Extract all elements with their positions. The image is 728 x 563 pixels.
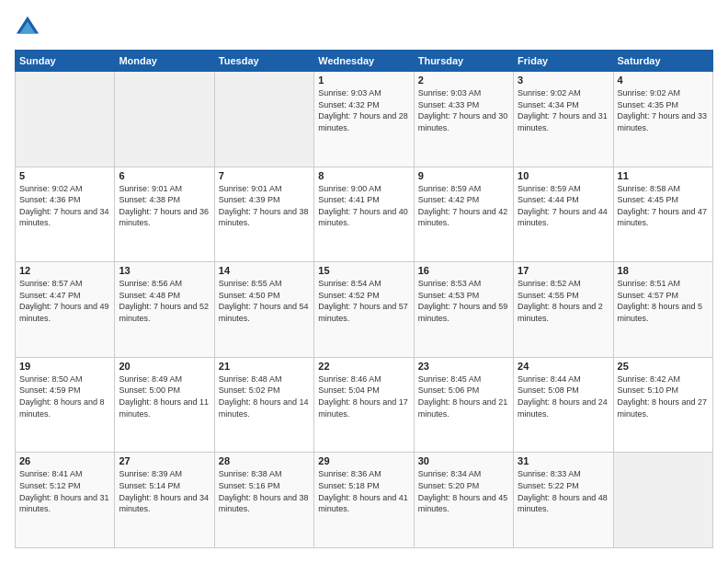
page: SundayMondayTuesdayWednesdayThursdayFrid… bbox=[0, 0, 728, 563]
day-info: Sunrise: 8:59 AMSunset: 4:42 PMDaylight:… bbox=[418, 183, 509, 229]
day-info: Sunrise: 8:36 AMSunset: 5:18 PMDaylight:… bbox=[318, 468, 409, 514]
calendar-cell: 11Sunrise: 8:58 AMSunset: 4:45 PMDayligh… bbox=[613, 167, 712, 262]
day-number: 11 bbox=[618, 170, 709, 181]
calendar-cell: 13Sunrise: 8:56 AMSunset: 4:48 PMDayligh… bbox=[115, 262, 214, 358]
day-number: 23 bbox=[418, 361, 509, 372]
calendar-cell: 15Sunrise: 8:54 AMSunset: 4:52 PMDayligh… bbox=[314, 262, 414, 358]
day-header-sunday: Sunday bbox=[16, 51, 115, 72]
day-info: Sunrise: 8:34 AMSunset: 5:20 PMDaylight:… bbox=[418, 468, 509, 514]
calendar-cell: 29Sunrise: 8:36 AMSunset: 5:18 PMDayligh… bbox=[314, 453, 414, 548]
day-info: Sunrise: 9:02 AMSunset: 4:35 PMDaylight:… bbox=[618, 87, 709, 133]
calendar-cell: 30Sunrise: 8:34 AMSunset: 5:20 PMDayligh… bbox=[414, 453, 513, 548]
day-number: 7 bbox=[219, 170, 310, 181]
day-info: Sunrise: 8:56 AMSunset: 4:48 PMDaylight:… bbox=[119, 278, 210, 324]
header bbox=[15, 15, 713, 40]
day-info: Sunrise: 9:02 AMSunset: 4:34 PMDaylight:… bbox=[518, 87, 609, 133]
day-number: 13 bbox=[119, 265, 210, 276]
day-info: Sunrise: 8:58 AMSunset: 4:45 PMDaylight:… bbox=[618, 183, 709, 229]
calendar-cell: 9Sunrise: 8:59 AMSunset: 4:42 PMDaylight… bbox=[414, 167, 513, 262]
calendar-cell: 20Sunrise: 8:49 AMSunset: 5:00 PMDayligh… bbox=[115, 357, 214, 453]
day-info: Sunrise: 8:59 AMSunset: 4:44 PMDaylight:… bbox=[518, 183, 609, 229]
day-info: Sunrise: 8:41 AMSunset: 5:12 PMDaylight:… bbox=[19, 468, 110, 514]
day-info: Sunrise: 8:33 AMSunset: 5:22 PMDaylight:… bbox=[518, 468, 609, 514]
day-info: Sunrise: 8:44 AMSunset: 5:08 PMDaylight:… bbox=[518, 373, 609, 419]
day-info: Sunrise: 8:54 AMSunset: 4:52 PMDaylight:… bbox=[318, 278, 409, 324]
logo-icon bbox=[15, 15, 40, 40]
day-info: Sunrise: 8:45 AMSunset: 5:06 PMDaylight:… bbox=[418, 373, 509, 419]
calendar-cell: 8Sunrise: 9:00 AMSunset: 4:41 PMDaylight… bbox=[314, 167, 414, 262]
calendar-cell: 16Sunrise: 8:53 AMSunset: 4:53 PMDayligh… bbox=[414, 262, 513, 358]
day-info: Sunrise: 8:49 AMSunset: 5:00 PMDaylight:… bbox=[119, 373, 210, 419]
calendar-cell bbox=[115, 72, 214, 167]
calendar-cell: 4Sunrise: 9:02 AMSunset: 4:35 PMDaylight… bbox=[613, 72, 712, 167]
calendar-cell: 2Sunrise: 9:03 AMSunset: 4:33 PMDaylight… bbox=[414, 72, 513, 167]
logo bbox=[15, 15, 44, 40]
day-info: Sunrise: 8:53 AMSunset: 4:53 PMDaylight:… bbox=[418, 278, 509, 324]
day-number: 19 bbox=[19, 361, 110, 372]
calendar-cell: 26Sunrise: 8:41 AMSunset: 5:12 PMDayligh… bbox=[16, 453, 115, 548]
day-number: 31 bbox=[518, 455, 609, 466]
day-info: Sunrise: 9:03 AMSunset: 4:32 PMDaylight:… bbox=[318, 87, 409, 133]
calendar-cell: 7Sunrise: 9:01 AMSunset: 4:39 PMDaylight… bbox=[214, 167, 313, 262]
day-number: 1 bbox=[318, 75, 409, 86]
day-number: 12 bbox=[19, 265, 110, 276]
day-number: 18 bbox=[618, 265, 709, 276]
calendar-week-5: 26Sunrise: 8:41 AMSunset: 5:12 PMDayligh… bbox=[16, 453, 713, 548]
calendar-cell: 1Sunrise: 9:03 AMSunset: 4:32 PMDaylight… bbox=[314, 72, 414, 167]
day-header-monday: Monday bbox=[115, 51, 214, 72]
calendar-cell bbox=[214, 72, 313, 167]
day-info: Sunrise: 9:02 AMSunset: 4:36 PMDaylight:… bbox=[19, 183, 110, 229]
day-number: 3 bbox=[518, 75, 609, 86]
day-number: 29 bbox=[318, 455, 409, 466]
day-number: 26 bbox=[19, 455, 110, 466]
calendar-cell bbox=[613, 453, 712, 548]
day-info: Sunrise: 9:01 AMSunset: 4:39 PMDaylight:… bbox=[219, 183, 310, 229]
day-number: 22 bbox=[318, 361, 409, 372]
day-number: 15 bbox=[318, 265, 409, 276]
day-header-thursday: Thursday bbox=[414, 51, 513, 72]
calendar-cell: 27Sunrise: 8:39 AMSunset: 5:14 PMDayligh… bbox=[115, 453, 214, 548]
calendar-cell: 28Sunrise: 8:38 AMSunset: 5:16 PMDayligh… bbox=[214, 453, 313, 548]
calendar-cell: 18Sunrise: 8:51 AMSunset: 4:57 PMDayligh… bbox=[613, 262, 712, 358]
day-number: 8 bbox=[318, 170, 409, 181]
day-number: 20 bbox=[119, 361, 210, 372]
day-info: Sunrise: 8:48 AMSunset: 5:02 PMDaylight:… bbox=[219, 373, 310, 419]
day-info: Sunrise: 8:38 AMSunset: 5:16 PMDaylight:… bbox=[219, 468, 310, 514]
calendar-cell: 3Sunrise: 9:02 AMSunset: 4:34 PMDaylight… bbox=[514, 72, 613, 167]
day-number: 25 bbox=[618, 361, 709, 372]
day-number: 14 bbox=[219, 265, 310, 276]
day-header-tuesday: Tuesday bbox=[214, 51, 313, 72]
calendar-cell: 14Sunrise: 8:55 AMSunset: 4:50 PMDayligh… bbox=[214, 262, 313, 358]
day-number: 16 bbox=[418, 265, 509, 276]
day-number: 24 bbox=[518, 361, 609, 372]
day-number: 9 bbox=[418, 170, 509, 181]
day-info: Sunrise: 8:39 AMSunset: 5:14 PMDaylight:… bbox=[119, 468, 210, 514]
day-info: Sunrise: 8:46 AMSunset: 5:04 PMDaylight:… bbox=[318, 373, 409, 419]
calendar-table: SundayMondayTuesdayWednesdayThursdayFrid… bbox=[15, 50, 713, 548]
day-header-friday: Friday bbox=[514, 51, 613, 72]
day-info: Sunrise: 9:01 AMSunset: 4:38 PMDaylight:… bbox=[119, 183, 210, 229]
calendar-cell: 6Sunrise: 9:01 AMSunset: 4:38 PMDaylight… bbox=[115, 167, 214, 262]
calendar-cell: 24Sunrise: 8:44 AMSunset: 5:08 PMDayligh… bbox=[514, 357, 613, 453]
calendar-cell: 19Sunrise: 8:50 AMSunset: 4:59 PMDayligh… bbox=[16, 357, 115, 453]
calendar-cell: 22Sunrise: 8:46 AMSunset: 5:04 PMDayligh… bbox=[314, 357, 414, 453]
calendar-cell: 23Sunrise: 8:45 AMSunset: 5:06 PMDayligh… bbox=[414, 357, 513, 453]
day-info: Sunrise: 8:51 AMSunset: 4:57 PMDaylight:… bbox=[618, 278, 709, 324]
day-number: 17 bbox=[518, 265, 609, 276]
calendar-cell: 10Sunrise: 8:59 AMSunset: 4:44 PMDayligh… bbox=[514, 167, 613, 262]
day-header-saturday: Saturday bbox=[613, 51, 712, 72]
day-info: Sunrise: 9:00 AMSunset: 4:41 PMDaylight:… bbox=[318, 183, 409, 229]
day-number: 4 bbox=[618, 75, 709, 86]
calendar-week-4: 19Sunrise: 8:50 AMSunset: 4:59 PMDayligh… bbox=[16, 357, 713, 453]
day-number: 27 bbox=[119, 455, 210, 466]
calendar-header-row: SundayMondayTuesdayWednesdayThursdayFrid… bbox=[16, 51, 713, 72]
day-info: Sunrise: 8:57 AMSunset: 4:47 PMDaylight:… bbox=[19, 278, 110, 324]
day-number: 28 bbox=[219, 455, 310, 466]
calendar-cell bbox=[16, 72, 115, 167]
calendar-cell: 12Sunrise: 8:57 AMSunset: 4:47 PMDayligh… bbox=[16, 262, 115, 358]
day-info: Sunrise: 8:50 AMSunset: 4:59 PMDaylight:… bbox=[19, 373, 110, 419]
day-info: Sunrise: 9:03 AMSunset: 4:33 PMDaylight:… bbox=[418, 87, 509, 133]
day-number: 10 bbox=[518, 170, 609, 181]
calendar-cell: 25Sunrise: 8:42 AMSunset: 5:10 PMDayligh… bbox=[613, 357, 712, 453]
day-info: Sunrise: 8:55 AMSunset: 4:50 PMDaylight:… bbox=[219, 278, 310, 324]
